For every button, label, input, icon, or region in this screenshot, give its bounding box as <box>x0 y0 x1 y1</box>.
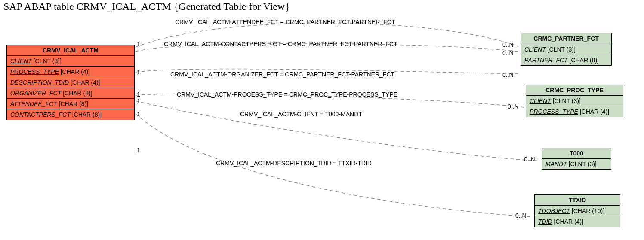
field-tdobject: TDOBJECT [CHAR (10)] <box>535 206 620 216</box>
field-client: CLIENT [CLNT (3)] <box>521 44 611 55</box>
card-many-r5: 0..N <box>524 156 535 163</box>
rel-label-contactpers-fct: CRMV_ICAL_ACTM-CONTACTPERS_FCT = CRMC_PA… <box>164 40 397 47</box>
card-one-r5: 1 <box>137 111 140 118</box>
card-many-r4: 0..N <box>508 103 519 110</box>
card-many-r6: 0..N <box>515 212 527 219</box>
entity-crmc-partner-fct: CRMC_PARTNER_FCT CLIENT [CLNT (3)] PARTN… <box>521 33 612 66</box>
entity-ttxid: TTXID TDOBJECT [CHAR (10)] TDID [CHAR (4… <box>534 194 620 227</box>
entity-crmc-proc-type: CRMC_PROC_TYPE CLIENT [CLNT (3)] PROCESS… <box>526 85 623 117</box>
field-client: CLIENT [CLNT (3)] <box>526 96 623 106</box>
field-organizer-fct: ORGANIZER_FCT [CHAR (8)] <box>7 88 134 99</box>
card-one-r3: 1 <box>137 69 140 76</box>
entity-header: CRMC_PROC_TYPE <box>526 85 623 96</box>
page-title: SAP ABAP table CRMV_ICAL_ACTM {Generated… <box>3 1 290 12</box>
card-one-r4a: 1 <box>137 91 140 98</box>
field-tdid: TDID [CHAR (4)] <box>535 216 620 227</box>
entity-crmv-ical-actm: CRMV_ICAL_ACTM CLIENT [CLNT (3)] PROCESS… <box>6 45 135 120</box>
field-partner-fct: PARTNER_FCT [CHAR (8)] <box>521 55 611 65</box>
card-one-r4b: 1 <box>137 98 140 105</box>
field-mandt: MANDT [CLNT (3)] <box>542 159 611 169</box>
entity-header: CRMC_PARTNER_FCT <box>521 33 611 44</box>
field-process-type: PROCESS_TYPE [CHAR (4)] <box>7 67 134 77</box>
card-many-r2: 0..N <box>502 49 514 56</box>
rel-label-organizer-fct: CRMV_ICAL_ACTM-ORGANIZER_FCT = CRMC_PART… <box>170 71 394 78</box>
field-contactpers-fct: CONTACTPERS_FCT [CHAR (8)] <box>7 109 134 120</box>
card-one-r6: 1 <box>137 146 140 153</box>
entity-header: T000 <box>542 148 611 159</box>
entity-header: CRMV_ICAL_ACTM <box>7 45 134 56</box>
field-process-type: PROCESS_TYPE [CHAR (4)] <box>526 106 623 117</box>
field-client: CLIENT [CLNT (3)] <box>7 56 134 67</box>
rel-label-description-tdid: CRMV_ICAL_ACTM-DESCRIPTION_TDID = TTXID-… <box>216 160 372 167</box>
rel-label-client: CRMV_ICAL_ACTM-CLIENT = T000-MANDT <box>240 111 362 118</box>
entity-t000: T000 MANDT [CLNT (3)] <box>542 148 611 170</box>
entity-header: TTXID <box>535 195 620 206</box>
card-one-r1: 1 <box>137 40 140 47</box>
field-attendee-fct: ATTENDEE_FCT [CHAR (8)] <box>7 99 134 109</box>
card-many-r1: 0..N <box>502 41 514 48</box>
rel-label-process-type: CRMV_ICAL_ACTM-PROCESS_TYPE = CRMC_PROC_… <box>177 91 397 98</box>
field-description-tdid: DESCRIPTION_TDID [CHAR (4)] <box>7 77 134 88</box>
rel-label-attendee-fct: CRMV_ICAL_ACTM-ATTENDEE_FCT = CRMC_PARTN… <box>175 18 395 25</box>
card-many-r3: 0..N <box>502 71 514 78</box>
